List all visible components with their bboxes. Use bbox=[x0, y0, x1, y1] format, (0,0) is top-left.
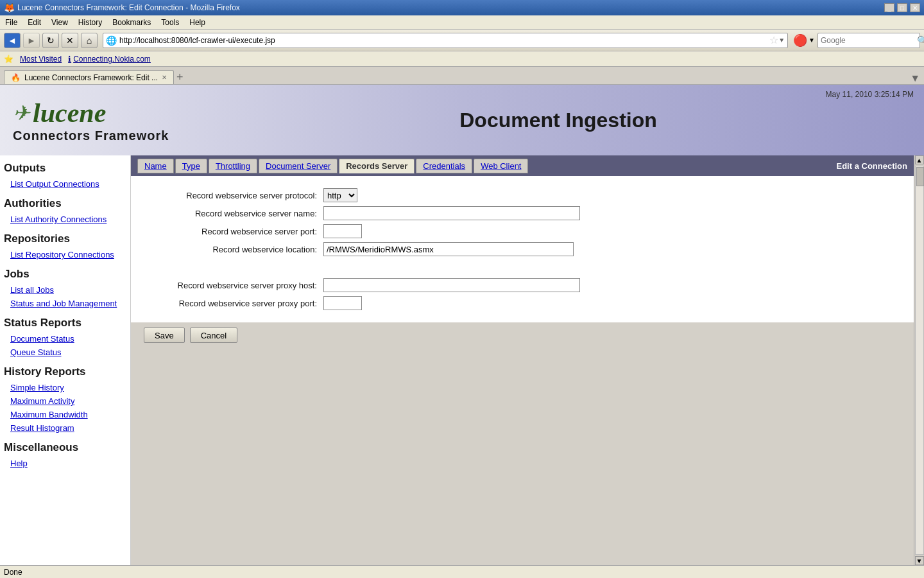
sidebar-header-repositories: Repositories bbox=[0, 226, 130, 248]
header-title-area: Document Ingestion bbox=[205, 109, 911, 132]
bookmark-nokia[interactable]: ℹ Connecting.Nokia.com bbox=[68, 55, 151, 64]
sidebar-header-miscellaneous: Miscellaneous bbox=[0, 435, 130, 457]
sidebar-item-list-all-jobs[interactable]: List all Jobs bbox=[0, 283, 130, 297]
reload-button[interactable]: ↻ bbox=[42, 33, 59, 48]
scrollbar[interactable]: ▲ ▼ bbox=[914, 155, 924, 565]
sidebar-item-result-histogram[interactable]: Result Histogram bbox=[0, 421, 130, 435]
header-datetime: May 11, 2010 3:25:14 PM bbox=[826, 90, 914, 99]
cancel-button[interactable]: Cancel bbox=[190, 328, 237, 343]
search-input[interactable] bbox=[821, 36, 917, 45]
tab-type[interactable]: Type bbox=[175, 159, 207, 173]
arrow-down-icon[interactable]: ▼ bbox=[778, 37, 785, 44]
field-location bbox=[323, 240, 901, 258]
proxy-port-input[interactable] bbox=[323, 296, 362, 310]
back-button[interactable]: ◄ bbox=[4, 33, 21, 48]
gap-row bbox=[144, 258, 901, 276]
scroll-tabs-icon[interactable]: ▼ bbox=[910, 73, 920, 84]
sidebar-item-document-status[interactable]: Document Status bbox=[0, 332, 130, 346]
window-controls: _ □ ✕ bbox=[884, 3, 920, 12]
search-icon[interactable]: 🔍 bbox=[917, 35, 924, 46]
page-header: May 11, 2010 3:25:14 PM ✈ lucene Connect… bbox=[0, 85, 924, 155]
menu-file[interactable]: File bbox=[3, 17, 20, 28]
browser-toolbar: ◄ ► ↻ ✕ ⌂ 🌐 ☆ ▼ 🔴 ▼ 🔍 bbox=[0, 30, 924, 51]
page-body: Outputs List Output Connections Authorit… bbox=[0, 155, 924, 565]
buttons-area: Save Cancel bbox=[131, 322, 914, 348]
location-input[interactable] bbox=[323, 242, 574, 256]
sidebar-header-jobs: Jobs bbox=[0, 261, 130, 283]
sidebar-header-history-reports: History Reports bbox=[0, 359, 130, 381]
sidebar-item-status-job-management[interactable]: Status and Job Management bbox=[0, 297, 130, 310]
bookmark-most-visited[interactable]: Most Visited bbox=[20, 55, 62, 64]
scroll-up-btn[interactable]: ▲ bbox=[915, 155, 924, 164]
star-icon[interactable]: ☆ bbox=[769, 34, 778, 46]
edit-connection-label: Edit a Connection bbox=[837, 161, 908, 171]
logo-wing-icon: ✈ bbox=[13, 101, 30, 125]
url-input[interactable] bbox=[119, 36, 769, 45]
tab-document-server[interactable]: Document Server bbox=[259, 159, 338, 173]
most-visited-icon: ⭐ bbox=[4, 55, 13, 64]
browser-title: Lucene Connectors Framework: Edit Connec… bbox=[17, 3, 240, 12]
content-header: Name Type Throttling Document Server Rec… bbox=[131, 155, 914, 176]
label-server-name: Record webservice server name: bbox=[144, 204, 323, 222]
tab-records-server[interactable]: Records Server bbox=[339, 159, 415, 173]
menu-history[interactable]: History bbox=[76, 17, 105, 28]
new-tab-button[interactable]: + bbox=[176, 71, 184, 84]
sidebar-item-list-repository-connections[interactable]: List Repository Connections bbox=[0, 248, 130, 261]
sidebar-item-simple-history[interactable]: Simple History bbox=[0, 381, 130, 394]
search-engine-icon: 🔴 bbox=[793, 33, 807, 48]
tabs-container: Name Type Throttling Document Server Rec… bbox=[137, 159, 528, 173]
maximize-btn[interactable]: □ bbox=[897, 3, 907, 12]
search-bar: 🔍 bbox=[817, 33, 920, 48]
form-row-proxy-port: Record webservice server proxy port: bbox=[144, 294, 901, 312]
home-button[interactable]: ⌂ bbox=[81, 33, 98, 48]
logo-cf-text: Connectors Framework bbox=[13, 128, 205, 143]
sidebar-item-list-output-connections[interactable]: List Output Connections bbox=[0, 177, 130, 191]
tab-web-client[interactable]: Web Client bbox=[474, 159, 528, 173]
scroll-thumb[interactable] bbox=[916, 167, 924, 186]
menu-help[interactable]: Help bbox=[187, 17, 208, 28]
sidebar-item-help[interactable]: Help bbox=[0, 457, 130, 470]
sidebar-item-maximum-bandwidth[interactable]: Maximum Bandwidth bbox=[0, 408, 130, 421]
form-row-proxy-host: Record webservice server proxy host: bbox=[144, 276, 901, 294]
label-protocol: Record webservice server protocol: bbox=[144, 186, 323, 204]
sidebar: Outputs List Output Connections Authorit… bbox=[0, 155, 131, 565]
sidebar-item-queue-status[interactable]: Queue Status bbox=[0, 346, 130, 359]
tab-close-icon[interactable]: ✕ bbox=[162, 74, 167, 81]
form-row-location: Record webservice location: bbox=[144, 240, 901, 258]
sidebar-header-status-reports: Status Reports bbox=[0, 310, 130, 332]
tab-name[interactable]: Name bbox=[137, 159, 174, 173]
menu-edit[interactable]: Edit bbox=[25, 17, 44, 28]
page-title: Document Ingestion bbox=[459, 109, 657, 132]
minimize-btn[interactable]: _ bbox=[884, 3, 894, 12]
field-server-port bbox=[323, 222, 901, 240]
page-icon: 🌐 bbox=[106, 35, 117, 46]
tab-throttling[interactable]: Throttling bbox=[209, 159, 257, 173]
protocol-select[interactable]: http https bbox=[323, 188, 357, 202]
menu-view[interactable]: View bbox=[49, 17, 71, 28]
scroll-track bbox=[915, 166, 924, 555]
menu-bookmarks[interactable]: Bookmarks bbox=[110, 17, 153, 28]
label-proxy-port: Record webservice server proxy port: bbox=[144, 294, 323, 312]
page-wrapper: May 11, 2010 3:25:14 PM ✈ lucene Connect… bbox=[0, 85, 924, 565]
main-content: Name Type Throttling Document Server Rec… bbox=[131, 155, 914, 565]
save-button[interactable]: Save bbox=[144, 328, 185, 343]
proxy-host-input[interactable] bbox=[323, 278, 580, 292]
sidebar-item-maximum-activity[interactable]: Maximum Activity bbox=[0, 394, 130, 408]
menu-tools[interactable]: Tools bbox=[158, 17, 182, 28]
server-port-input[interactable] bbox=[323, 224, 362, 238]
forward-button[interactable]: ► bbox=[23, 33, 40, 48]
server-name-input[interactable] bbox=[323, 206, 580, 220]
close-btn[interactable]: ✕ bbox=[910, 3, 920, 12]
logo-area: ✈ lucene Connectors Framework bbox=[13, 98, 205, 143]
address-bar: 🌐 ☆ ▼ bbox=[103, 33, 788, 48]
logo-lucene-text: lucene bbox=[33, 98, 106, 128]
scroll-down-btn[interactable]: ▼ bbox=[915, 556, 924, 565]
tab-credentials[interactable]: Credentials bbox=[416, 159, 472, 173]
label-location: Record webservice location: bbox=[144, 240, 323, 258]
browser-tab-main[interactable]: 🔥 Lucene Connectors Framework: Edit ... … bbox=[4, 70, 174, 84]
status-text: Done bbox=[4, 568, 22, 577]
sidebar-item-list-authority-connections[interactable]: List Authority Connections bbox=[0, 213, 130, 226]
stop-button[interactable]: ✕ bbox=[62, 33, 78, 48]
menu-bar: File Edit View History Bookmarks Tools H… bbox=[0, 15, 924, 30]
search-arrow-icon[interactable]: ▼ bbox=[809, 37, 815, 44]
